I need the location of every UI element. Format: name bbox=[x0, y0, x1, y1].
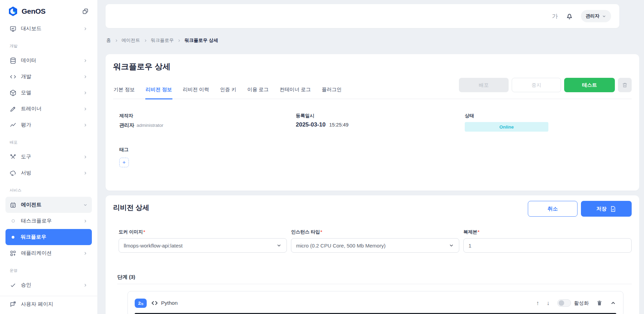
instance-type-value: micro (0.2 CPU Core, 500 Mb Memory) bbox=[296, 243, 386, 249]
tab-basic-info[interactable]: 기본 정보 bbox=[113, 86, 135, 99]
steps-label: 단계 (3) bbox=[117, 274, 632, 284]
app-grid-icon bbox=[10, 250, 16, 257]
tab-plugin[interactable]: 플러그인 bbox=[321, 86, 342, 99]
workflow-detail-card: 워크플로우 상세 기본 정보 리비전 정보 리비전 이력 인증 키 이용 로그 … bbox=[106, 54, 639, 191]
creator-label: 제작자 bbox=[119, 113, 296, 119]
sidebar-item-trainer[interactable]: 트레이너 bbox=[5, 101, 92, 117]
pencil-icon bbox=[10, 106, 16, 112]
chevron-right-icon bbox=[144, 39, 147, 43]
sidebar-section-ops: 운영 bbox=[5, 261, 92, 277]
step-index-badge: 2 /3 bbox=[135, 299, 147, 308]
collapse-chevron-up-icon[interactable] bbox=[610, 300, 616, 306]
step-delete-icon[interactable] bbox=[596, 300, 603, 306]
sidebar-item-approval[interactable]: 승인 bbox=[5, 277, 92, 293]
breadcrumb-agent[interactable]: 에이전트 bbox=[122, 37, 140, 44]
sidebar-section-service: 서비스 bbox=[5, 181, 92, 197]
tab-container-log[interactable]: 컨테이너 로그 bbox=[279, 86, 311, 99]
delete-button[interactable] bbox=[618, 78, 632, 92]
move-down-icon[interactable]: ↓ bbox=[547, 300, 550, 306]
sidebar-item-dashboard[interactable]: 대시보드 bbox=[5, 21, 92, 37]
creator-id: administrator bbox=[137, 123, 163, 128]
save-button[interactable]: 저장 bbox=[581, 201, 632, 217]
revision-title: 리비전 상세 bbox=[113, 201, 149, 212]
tab-bar: 기본 정보 리비전 정보 리비전 이력 인증 키 이용 로그 컨테이너 로그 플… bbox=[113, 71, 632, 99]
user-menu-label: 관리자 bbox=[586, 13, 600, 19]
tab-revision-history[interactable]: 리비전 이력 bbox=[183, 86, 210, 99]
created-label: 등록일시 bbox=[296, 113, 465, 119]
activate-toggle[interactable] bbox=[557, 299, 571, 307]
trash-icon bbox=[622, 82, 628, 88]
agent-icon bbox=[10, 202, 16, 208]
font-size-icon[interactable]: 가 bbox=[552, 12, 558, 20]
chevron-right-icon bbox=[83, 171, 88, 176]
chevron-right-icon bbox=[83, 219, 88, 224]
tab-usage-log[interactable]: 이용 로그 bbox=[247, 86, 269, 99]
check-icon bbox=[10, 282, 16, 289]
notification-bell-icon[interactable] bbox=[566, 12, 573, 20]
instance-type-select[interactable]: micro (0.2 CPU Core, 500 Mb Memory) bbox=[291, 238, 459, 253]
chevron-right-icon bbox=[83, 155, 88, 159]
deploy-button[interactable]: 배포 bbox=[459, 78, 509, 92]
instance-type-field: 인스턴스 타입* micro (0.2 CPU Core, 500 Mb Mem… bbox=[291, 229, 459, 253]
save-file-icon bbox=[610, 206, 616, 212]
sidebar-section-dev: 개발 bbox=[5, 37, 92, 52]
status-label: 상태 bbox=[465, 113, 632, 119]
creator-block: 제작자 관리자 administrator bbox=[119, 113, 296, 132]
brand-logo[interactable]: GenOS bbox=[8, 6, 46, 17]
breadcrumb-workflow[interactable]: 워크플로우 bbox=[151, 37, 174, 44]
sidebar-item-data[interactable]: 데이터 bbox=[5, 52, 92, 69]
docker-image-select[interactable]: llmops-workflow-api:latest bbox=[119, 238, 287, 253]
tag-block: 태그 + bbox=[119, 147, 632, 167]
breadcrumb-current: 워크플로우 상세 bbox=[184, 37, 218, 44]
sidebar-item-agent[interactable]: 에이전트 bbox=[5, 197, 92, 213]
sidebar-item-application[interactable]: 애플리케이션 bbox=[5, 245, 92, 261]
code-icon bbox=[151, 300, 158, 306]
user-menu[interactable]: 관리자 bbox=[581, 10, 611, 22]
required-mark: * bbox=[478, 229, 479, 234]
tab-revision-info[interactable]: 리비전 정보 bbox=[145, 86, 172, 99]
sidebar-item-develop[interactable]: 개발 bbox=[5, 69, 92, 85]
sidebar-item-taskflow[interactable]: 태스크플로우 bbox=[5, 213, 92, 229]
status-block: 상태 Online bbox=[465, 113, 632, 132]
tabs: 기본 정보 리비전 정보 리비전 이력 인증 키 이용 로그 컨테이너 로그 플… bbox=[113, 71, 342, 99]
replica-label: 복제본 bbox=[463, 229, 477, 234]
sidebar-item-model[interactable]: 모델 bbox=[5, 85, 92, 101]
created-date: 2025-03-10 bbox=[296, 121, 326, 128]
top-header: 가 관리자 bbox=[106, 4, 619, 28]
docker-image-field: 도커 이미지* llmops-workflow-api:latest bbox=[119, 229, 287, 253]
chevron-right-icon bbox=[83, 251, 88, 256]
toggle-knob bbox=[559, 300, 564, 306]
add-tag-button[interactable]: + bbox=[119, 158, 129, 167]
chart-line-icon bbox=[10, 122, 16, 129]
code-icon bbox=[10, 73, 16, 80]
tag-label: 태그 bbox=[119, 147, 632, 153]
plus-icon: + bbox=[122, 159, 125, 166]
cube-icon bbox=[10, 89, 16, 96]
move-up-icon[interactable]: ↑ bbox=[536, 300, 539, 306]
test-button[interactable]: 테스트 bbox=[564, 78, 615, 92]
docker-image-label: 도커 이미지 bbox=[119, 229, 143, 234]
step-card-python: 2 /3 Python ↑ ↓ 활성화 bbox=[127, 291, 623, 314]
chevron-right-icon bbox=[114, 39, 118, 43]
main-content: 가 관리자 홈 에이전트 워크플로우 워크플로우 상세 워크플로우 상세 기본 … bbox=[98, 0, 644, 314]
sidebar-collapse-icon[interactable] bbox=[81, 7, 90, 16]
bullet-dot-icon bbox=[12, 236, 14, 239]
chevron-right-icon bbox=[177, 39, 181, 43]
step-total: /3 bbox=[141, 302, 144, 306]
genos-logo-icon bbox=[8, 6, 19, 17]
meta-info: 제작자 관리자 administrator 등록일시 2025-03-10 15… bbox=[119, 113, 632, 132]
sidebar-item-evaluation[interactable]: 평가 bbox=[5, 117, 92, 133]
revision-fields: 도커 이미지* llmops-workflow-api:latest 인스턴스 … bbox=[119, 229, 632, 253]
cancel-button[interactable]: 취소 bbox=[528, 201, 578, 217]
breadcrumb-home[interactable]: 홈 bbox=[106, 37, 111, 44]
header-actions: 배포 중지 테스트 bbox=[459, 78, 632, 92]
stop-button[interactable]: 중지 bbox=[512, 78, 561, 92]
sidebar-item-serving[interactable]: 서빙 bbox=[5, 165, 92, 181]
tab-auth-key[interactable]: 인증 키 bbox=[220, 86, 237, 99]
sidebar-item-workflow[interactable]: 워크플로우 bbox=[5, 229, 92, 245]
sidebar-item-userpage[interactable]: 사용자 페이지 bbox=[5, 296, 92, 312]
sidebar-item-tools[interactable]: 도구 bbox=[5, 149, 92, 165]
replica-input[interactable] bbox=[463, 238, 632, 253]
revision-detail-card: 리비전 상세 취소 저장 도커 이미지* llmops-workflow-api… bbox=[106, 195, 639, 314]
step-controls: ↑ ↓ 활성화 bbox=[536, 299, 617, 307]
